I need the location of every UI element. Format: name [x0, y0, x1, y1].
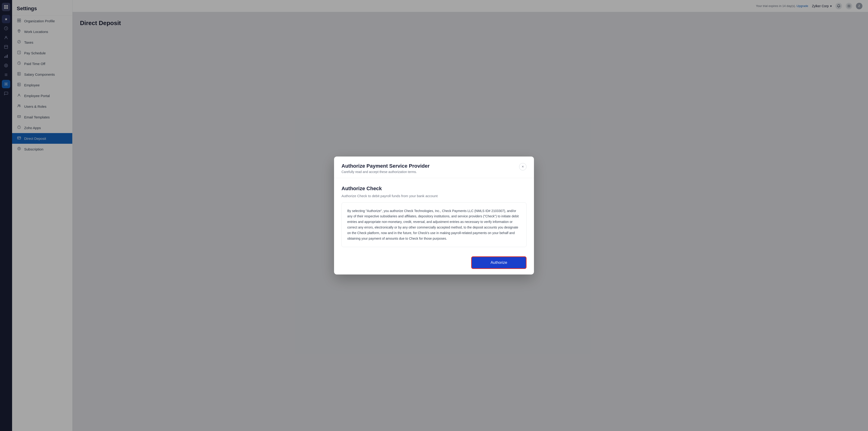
modal-footer: Authorize: [334, 253, 534, 274]
modal-overlay[interactable]: Authorize Payment Service Provider Caref…: [72, 0, 868, 431]
modal-subtitle: Carefully read and accept these authoriz…: [341, 170, 430, 174]
authorize-button[interactable]: Authorize: [471, 256, 527, 269]
main-content: Your trial expires in 14 day(s). Upgrade…: [72, 0, 868, 431]
modal-header-text: Authorize Payment Service Provider Caref…: [341, 163, 430, 174]
modal-section-desc: Authorize Check to debit payroll funds f…: [341, 194, 527, 198]
modal-title: Authorize Payment Service Provider: [341, 163, 430, 169]
modal-close-button[interactable]: ×: [519, 163, 527, 170]
modal-body: Authorize Check Authorize Check to debit…: [334, 178, 534, 253]
authorize-modal: Authorize Payment Service Provider Caref…: [334, 157, 534, 275]
auth-text-box: By selecting "Authorize", you authorize …: [341, 202, 527, 247]
modal-header: Authorize Payment Service Provider Caref…: [334, 157, 534, 178]
modal-section-title: Authorize Check: [341, 186, 527, 192]
